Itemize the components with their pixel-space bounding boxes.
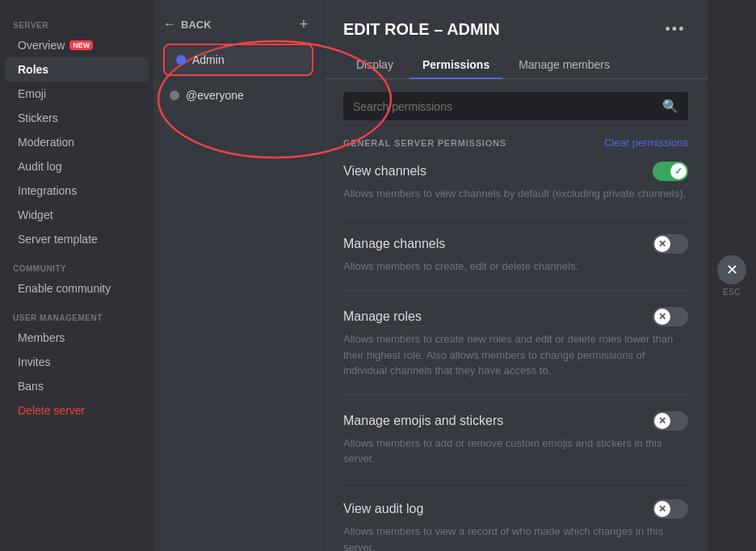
main-body: 🔍 GENERAL SERVER PERMISSIONS Clear permi… — [324, 79, 708, 551]
permission-manage-roles-row: Manage roles ✕ — [343, 307, 688, 326]
sidebar-item-label-integrations: Integrations — [18, 184, 77, 197]
main-content: EDIT ROLE – ADMIN ••• Display Permission… — [323, 0, 708, 551]
sidebar-section-server: SERVER — [0, 8, 153, 33]
permission-view-audit-log-row: View audit log ✕ — [343, 499, 688, 519]
sidebar-item-label-enable-community: Enable community — [18, 282, 111, 295]
permission-desc-view-audit-log: Allows members to view a record of who m… — [343, 525, 663, 551]
permission-manage-channels: Manage channels ✕ Allows members to crea… — [343, 234, 688, 291]
permission-name-manage-channels: Manage channels — [343, 237, 445, 251]
middle-header: ← BACK + — [153, 8, 323, 44]
clear-permissions-button[interactable]: Clear permissions — [604, 137, 688, 149]
sidebar-item-label-members: Members — [18, 331, 65, 344]
sidebar-item-stickers[interactable]: Stickers — [5, 106, 149, 130]
sidebar-item-label-roles: Roles — [18, 63, 48, 76]
sidebar-item-label-stickers: Stickers — [18, 111, 58, 124]
sidebar-item-enable-community[interactable]: Enable community — [5, 276, 149, 301]
permission-desc-view-channels: Allows members to view channels by defau… — [343, 187, 686, 200]
esc-button[interactable]: ✕ ESC — [708, 0, 756, 551]
toggle-knob-manage-emojis: ✕ — [654, 413, 670, 429]
sidebar-item-invites[interactable]: Invites — [5, 350, 149, 374]
tab-display[interactable]: Display — [343, 52, 406, 79]
tabs: Display Permissions Manage members — [343, 52, 688, 78]
permissions-section-header: GENERAL SERVER PERMISSIONS Clear permiss… — [343, 137, 688, 149]
sidebar-item-label-widget: Widget — [18, 208, 53, 221]
section-label: GENERAL SERVER PERMISSIONS — [343, 138, 506, 148]
toggle-knob-manage-channels: ✕ — [654, 236, 670, 252]
sidebar: SERVER Overview NEW Roles Emoji Stickers… — [0, 0, 153, 551]
add-role-button[interactable]: + — [294, 15, 313, 34]
toggle-manage-emojis[interactable]: ✕ — [653, 411, 688, 431]
search-bar[interactable]: 🔍 — [343, 92, 688, 120]
main-title-row: EDIT ROLE – ADMIN ••• — [343, 16, 688, 42]
permission-manage-emojis-row: Manage emojis and stickers ✕ — [343, 411, 688, 431]
permission-name-manage-roles: Manage roles — [343, 309, 422, 324]
permission-view-audit-log: View audit log ✕ Allows members to view … — [343, 499, 688, 551]
tab-permissions[interactable]: Permissions — [410, 52, 502, 79]
permission-manage-channels-row: Manage channels ✕ — [343, 234, 688, 254]
tab-manage-members[interactable]: Manage members — [506, 52, 623, 79]
sidebar-item-members[interactable]: Members — [5, 326, 149, 350]
role-item-everyone[interactable]: @everyone — [160, 82, 317, 108]
permission-desc-manage-channels: Allows members to create, edit or delete… — [343, 260, 578, 272]
toggle-view-channels[interactable]: ✓ — [653, 162, 688, 181]
permission-desc-manage-roles: Allows members to create new roles and e… — [343, 333, 673, 376]
esc-label: ESC — [723, 288, 741, 297]
sidebar-item-emoji[interactable]: Emoji — [5, 82, 149, 106]
sidebar-item-audit-log[interactable]: Audit log — [5, 154, 149, 179]
sidebar-item-label-moderation: Moderation — [18, 136, 74, 149]
toggle-manage-roles[interactable]: ✕ — [653, 307, 688, 326]
permission-view-channels-row: View channels ✓ — [343, 162, 688, 181]
permission-name-manage-emojis: Manage emojis and stickers — [343, 414, 503, 428]
sidebar-item-label-delete-server: Delete server — [18, 404, 85, 417]
sidebar-item-widget[interactable]: Widget — [5, 203, 149, 227]
sidebar-item-roles[interactable]: Roles — [5, 57, 149, 82]
permission-view-channels: View channels ✓ Allows members to view c… — [343, 162, 688, 218]
role-dot-admin — [176, 55, 186, 65]
sidebar-section-user-management: USER MANAGEMENT — [0, 301, 153, 326]
toggle-knob-view-audit-log: ✕ — [654, 501, 670, 517]
role-item-admin-wrapper: Admin — [160, 45, 317, 74]
search-icon: 🔍 — [662, 99, 678, 114]
sidebar-item-overview[interactable]: Overview NEW — [5, 33, 149, 57]
back-arrow-icon: ← — [163, 17, 176, 32]
back-label: BACK — [181, 19, 212, 31]
toggle-manage-channels[interactable]: ✕ — [653, 234, 688, 254]
sidebar-item-server-template[interactable]: Server template — [5, 227, 149, 251]
toggle-knob-view-channels: ✓ — [670, 163, 687, 179]
toggle-knob-manage-roles: ✕ — [654, 309, 670, 325]
sidebar-item-label-overview: Overview — [18, 39, 65, 52]
middle-panel: ← BACK + Admin @everyone — [153, 0, 323, 551]
main-header: EDIT ROLE – ADMIN ••• Display Permission… — [324, 0, 708, 79]
permission-manage-emojis: Manage emojis and stickers ✕ Allows memb… — [343, 411, 688, 483]
more-options-button[interactable]: ••• — [662, 16, 688, 42]
sidebar-item-label-emoji: Emoji — [18, 87, 46, 100]
permission-name-view-audit-log: View audit log — [343, 502, 423, 516]
permission-name-view-channels: View channels — [343, 164, 426, 179]
sidebar-item-label-server-template: Server template — [18, 233, 98, 246]
role-dot-everyone — [170, 90, 179, 100]
role-item-admin[interactable]: Admin — [166, 47, 310, 73]
back-button[interactable]: ← BACK — [163, 17, 212, 32]
search-input[interactable] — [353, 100, 662, 113]
sidebar-item-moderation[interactable]: Moderation — [5, 130, 149, 154]
sidebar-item-integrations[interactable]: Integrations — [5, 179, 149, 203]
sidebar-section-community: COMMUNITY — [0, 251, 153, 276]
permission-manage-roles: Manage roles ✕ Allows members to create … — [343, 307, 688, 395]
sidebar-item-label-audit-log: Audit log — [18, 160, 61, 173]
sidebar-item-label-bans: Bans — [18, 380, 44, 393]
sidebar-item-delete-server[interactable]: Delete server — [5, 398, 149, 423]
close-icon: ✕ — [717, 255, 746, 284]
toggle-view-audit-log[interactable]: ✕ — [653, 499, 688, 519]
badge-new: NEW — [69, 40, 93, 50]
role-name-admin: Admin — [192, 53, 225, 66]
permission-desc-manage-emojis: Allows members to add or remove custom e… — [343, 437, 662, 465]
page-title: EDIT ROLE – ADMIN — [343, 20, 500, 39]
sidebar-item-bans[interactable]: Bans — [5, 374, 149, 398]
sidebar-item-label-invites: Invites — [18, 355, 50, 368]
role-name-everyone: @everyone — [186, 89, 244, 102]
